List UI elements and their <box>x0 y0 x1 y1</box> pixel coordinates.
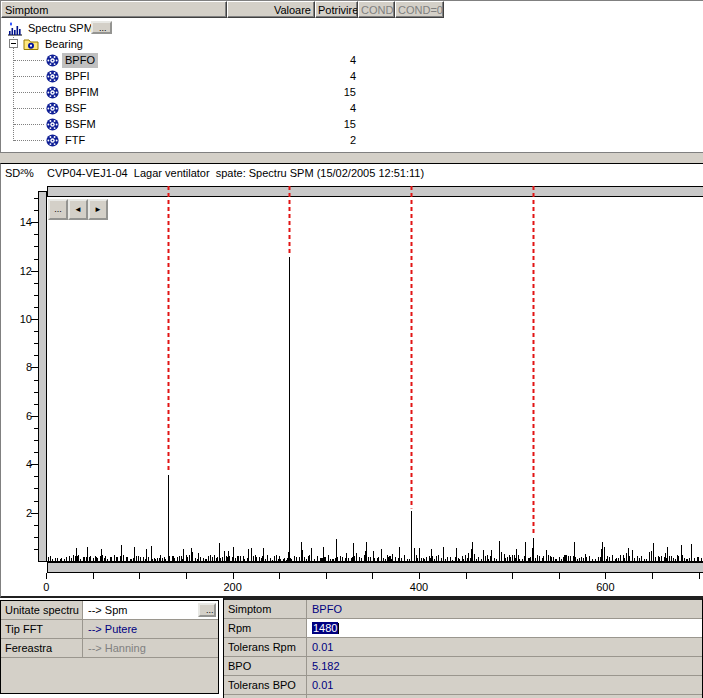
svg-text:10: 10 <box>20 313 32 325</box>
row-label: Tip FFT <box>1 620 83 638</box>
tree-item-value: 4 <box>227 69 356 84</box>
tree-item-row[interactable]: BSF 4 <box>1 101 703 116</box>
text-caret <box>338 623 339 634</box>
param-row: Tolerans BPO 0.01 <box>224 676 702 695</box>
selected-text[interactable]: 1480 <box>312 622 338 634</box>
tree-connector <box>14 76 44 77</box>
tree-item-row[interactable]: BSFM 15 <box>1 117 703 132</box>
tolerans-bpo-field[interactable]: 0.01 <box>307 676 702 694</box>
tree-item-value: 2 <box>227 133 356 148</box>
svg-text:12: 12 <box>20 265 32 277</box>
tree-item-value: 4 <box>227 53 356 68</box>
bottom-settings-area: Unitate spectru --> Spm ... Tip FFT --> … <box>0 598 703 698</box>
tree-item-value: 15 <box>227 85 356 100</box>
tree-item-row[interactable]: FTF 2 <box>1 133 703 148</box>
svg-text:6: 6 <box>26 410 32 422</box>
chart-next-button[interactable]: ► <box>88 199 108 220</box>
spectrum-settings-panel: Unitate spectru --> Spm ... Tip FFT --> … <box>0 600 219 694</box>
row-label: BPO <box>224 657 307 675</box>
param-row: Rpm 1480 <box>224 619 702 638</box>
tree-header: Simptom Valoare Potrivire COND COND=0 <box>1 1 703 18</box>
param-row: Tolerans Rpm 0.01 <box>224 638 702 657</box>
tree-connector <box>14 108 44 109</box>
fereastra-field: --> Hanning <box>83 639 218 657</box>
row-label: Tolerans Rpm <box>224 638 307 656</box>
tree-root-label[interactable]: Spectru SPM <box>25 21 96 36</box>
unitate-spectru-field[interactable]: --> Spm ... <box>83 601 218 619</box>
tree-connector <box>14 92 44 93</box>
bearing-icon <box>45 133 60 152</box>
tree-item-row[interactable]: BPFIM 15 <box>1 85 703 100</box>
tree-connector <box>14 60 44 61</box>
simptom-value-field[interactable]: BPFO <box>307 600 702 618</box>
chart-prev-button[interactable]: ◄ <box>68 199 88 220</box>
collapse-icon[interactable] <box>9 39 18 48</box>
column-header-cond0: COND=0 <box>395 1 444 18</box>
svg-text:200: 200 <box>223 581 241 593</box>
tolerans-rpm-field[interactable]: 0.01 <box>307 638 702 656</box>
tree-group-row[interactable]: Bearing <box>1 37 703 52</box>
tree-item-label[interactable]: BPFO <box>62 53 98 68</box>
row-label: Unitate spectru <box>1 601 83 619</box>
svg-text:8: 8 <box>26 361 32 373</box>
bpo-field[interactable]: 5.182 <box>307 657 702 675</box>
root-more-button[interactable]: ... <box>91 21 112 34</box>
spectrum-plot[interactable]: 24681012140200400600 <box>1 164 703 597</box>
settings-row: Unitate spectru --> Spm ... <box>1 601 218 620</box>
tree-item-label[interactable]: BSF <box>62 101 89 116</box>
settings-row: Fereastra --> Hanning <box>1 639 218 658</box>
symptom-tree-panel: Simptom Valoare Potrivire COND COND=0 Sp… <box>0 0 703 153</box>
tree-item-value: 15 <box>227 117 356 132</box>
row-label: Tolerans BPO <box>224 676 307 694</box>
panel-filler <box>1 658 218 693</box>
svg-text:600: 600 <box>596 581 614 593</box>
svg-text:4: 4 <box>26 458 32 470</box>
svg-text:400: 400 <box>410 581 428 593</box>
param-row: BPO 5.182 <box>224 657 702 676</box>
tree-item-value: 4 <box>227 101 356 116</box>
tree-item-label[interactable]: BPFI <box>62 69 92 84</box>
tree-connector <box>14 140 44 141</box>
tree-item-label[interactable]: BSFM <box>62 117 99 132</box>
row-label: Rpm <box>224 619 307 637</box>
tree-connector <box>14 124 44 125</box>
tree-group-label[interactable]: Bearing <box>42 37 86 52</box>
tree-item-row[interactable]: BPFI 4 <box>1 69 703 84</box>
column-header-cond: COND <box>358 1 395 18</box>
spectrum-chart-panel[interactable]: SD²% CVP04-VEJ1-04 Lagar ventilator spat… <box>0 163 703 598</box>
tree-item-label[interactable]: BPFIM <box>62 85 102 100</box>
rpm-edit-field[interactable]: 1480 <box>307 619 702 637</box>
svg-text:2: 2 <box>26 507 32 519</box>
svg-text:0: 0 <box>43 581 49 593</box>
tree-root-row[interactable]: Spectru SPM ... <box>1 21 703 36</box>
column-header-potrivire[interactable]: Potrivire <box>315 1 358 18</box>
param-row: Simptom BPFO <box>224 600 702 619</box>
chart-nav-buttons: ... ◄ ► <box>48 199 108 221</box>
svg-text:14: 14 <box>20 216 32 228</box>
row-label: Fereastra <box>1 639 83 657</box>
symptom-parameters-panel: Simptom BPFO Rpm 1480 Tolerans Rpm 0.01 … <box>223 598 703 698</box>
field-value: --> Spm <box>88 604 127 616</box>
column-header-valoare[interactable]: Valoare <box>227 1 315 18</box>
tree-item-label[interactable]: FTF <box>62 133 88 148</box>
tree-item-row[interactable]: BPFO 4 <box>1 53 703 68</box>
settings-row: Tip FFT --> Putere <box>1 620 218 639</box>
row-label: Simptom <box>224 600 307 618</box>
tip-fft-field[interactable]: --> Putere <box>83 620 218 638</box>
unitate-more-button[interactable]: ... <box>198 603 216 617</box>
chart-more-button[interactable]: ... <box>48 199 68 220</box>
column-header-simptom[interactable]: Simptom <box>1 1 227 18</box>
